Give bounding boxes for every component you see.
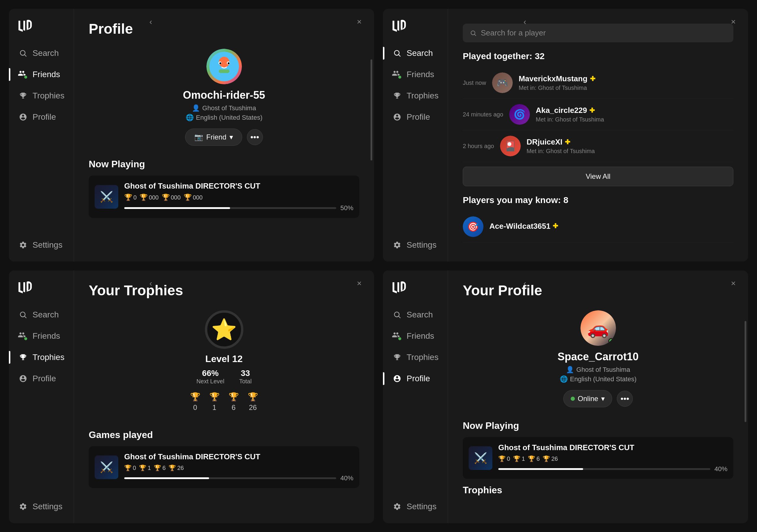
search-box[interactable] [463, 24, 733, 42]
sidebar-label-friends: Friends [33, 70, 60, 79]
trophy-platinum-bl: 🏆0 [124, 464, 136, 471]
game-thumb-bl: ⚔️ [95, 456, 118, 479]
player-item-1[interactable]: Just now 🎮 MaverickxMustang ✚ Met in: Gh… [463, 67, 733, 99]
more-button-br[interactable]: ••• [617, 391, 633, 407]
close-button-tr[interactable]: × [727, 16, 739, 28]
svg-rect-4 [219, 70, 229, 73]
now-playing-card-br: ⚔️ Ghost of Tsushima DIRECTOR'S CUT 🏆0 🏆… [463, 437, 733, 479]
back-button-tr[interactable]: ‹ [519, 16, 531, 28]
sidebar-label-profile-bl: Profile [33, 374, 56, 383]
friend-online-dot-br [398, 337, 402, 341]
main-content-bottom-left: ‹ × Your Trophies ⭐ Level 12 66% Next Le… [74, 270, 374, 523]
trophy-silver: 🏆 000 [162, 193, 181, 201]
close-button-bl[interactable]: × [353, 278, 365, 289]
progress-bar-bl [124, 477, 336, 479]
total-count: 33 [241, 369, 250, 378]
ps-logo-tr [383, 18, 448, 43]
settings-icon-bl [18, 501, 28, 512]
scroll-bar[interactable] [371, 59, 372, 161]
sidebar-item-profile-tr[interactable]: Profile [383, 106, 448, 128]
online-button[interactable]: Online ▾ [563, 390, 612, 407]
friend-button[interactable]: 📷 Friend ▾ [185, 129, 242, 146]
sidebar-item-trophies-bl[interactable]: Trophies [9, 347, 74, 368]
back-button-bl[interactable]: ‹ [145, 278, 157, 289]
search-icon [18, 48, 28, 59]
sidebar-item-settings-bl[interactable]: Settings [9, 496, 74, 517]
sidebar-item-trophies-tl[interactable]: Trophies [9, 85, 74, 106]
player-item-may-know[interactable]: 🎯 Ace-Wildcat3651 ✚ [463, 211, 733, 243]
close-button-br[interactable]: × [727, 278, 739, 289]
trophy-level-icon: ⭐ [205, 310, 243, 349]
page-title-tl: Profile [89, 21, 359, 37]
sidebar-item-profile-tl[interactable]: Profile [9, 106, 74, 128]
back-button-br[interactable]: ‹ [519, 278, 531, 289]
back-button-tl[interactable]: ‹ [145, 16, 157, 28]
trophy-gold: 🏆 000 [139, 193, 159, 201]
player-item-3[interactable]: 2 hours ago 🎴 DRjuiceXI ✚ Met in: Ghost … [463, 130, 733, 162]
profile-meta: 👤 Ghost of Tsushima 🌐 English (United St… [186, 104, 262, 122]
ps-plus-icon-1: ✚ [590, 75, 595, 83]
sidebar-label-search-bl: Search [33, 310, 59, 319]
next-level-label: Next Level [197, 378, 225, 385]
sidebar-label-trophies-bl: Trophies [33, 353, 65, 362]
ps-plus-icon-2: ✚ [589, 107, 595, 114]
sidebar-item-search-tl[interactable]: Search [9, 43, 74, 64]
trophy-icon-tr [392, 90, 403, 101]
trophy-bronze-br: 🏆26 [543, 455, 558, 462]
view-all-button[interactable]: View All [463, 167, 733, 186]
sidebar-item-settings-tr[interactable]: Settings [383, 234, 448, 256]
player-info-2: Aka_circle229 ✚ Met in: Ghost of Tsushim… [536, 106, 733, 123]
player-avatar-mw: 🎯 [463, 216, 483, 237]
sidebar-item-friends-tr[interactable]: Friends [383, 64, 448, 85]
sidebar-item-friends-tl[interactable]: Friends [9, 64, 74, 85]
sidebar-item-settings-tl[interactable]: Settings [9, 234, 74, 256]
settings-icon-br [392, 501, 403, 512]
player-time-2: 24 minutes ago [463, 111, 503, 118]
may-know-title: Players you may know: 8 [463, 195, 733, 205]
online-indicator [608, 338, 614, 344]
sidebar-item-trophies-br[interactable]: Trophies [383, 347, 448, 368]
close-button-tl[interactable]: × [353, 16, 365, 28]
search-input[interactable] [481, 28, 726, 38]
sidebar-item-trophies-tr[interactable]: Trophies [383, 85, 448, 106]
main-content-top-left: ‹ × Profile [74, 9, 374, 262]
game-thumb-img: ⚔️ [95, 185, 118, 209]
ps-plus-icon-3: ✚ [565, 138, 570, 146]
sidebar-item-profile-br[interactable]: Profile [383, 368, 448, 389]
language-icon-br: 🌐 [560, 375, 568, 383]
more-button[interactable]: ••• [247, 129, 263, 145]
sidebar-item-search-tr[interactable]: Search [383, 43, 448, 64]
friends-icon-wrap-br [392, 331, 403, 341]
sidebar-item-profile-bl[interactable]: Profile [9, 368, 74, 389]
panel-bottom-right: Search Friends Trophies Profile Set [383, 270, 748, 523]
trophy-gold-br: 🏆1 [513, 455, 525, 462]
player-name-mw: Ace-Wildcat3651 ✚ [489, 222, 733, 231]
sidebar-item-search-br[interactable]: Search [383, 304, 448, 325]
level-label: Level 12 [205, 353, 242, 365]
sidebar-item-settings-br[interactable]: Settings [383, 496, 448, 517]
next-level-stat: 66% Next Level [197, 369, 225, 385]
sidebar-item-friends-bl[interactable]: Friends [9, 325, 74, 347]
game-icon-br: 👤 [566, 366, 574, 373]
sidebar-label-search: Search [33, 48, 59, 58]
profile-language-br: 🌐 English (United States) [560, 375, 637, 383]
profile-avatar-section-br: 🚗 Space_Carrot10 👤 Ghost of Tsushima 🌐 E… [463, 310, 733, 414]
settings-label-br: Settings [407, 502, 437, 511]
player-avatar-img-1: 🎮 [492, 73, 513, 93]
games-played-card: ⚔️ Ghost of Tsushima DIRECTOR'S CUT 🏆0 🏆… [89, 446, 359, 488]
sidebar-label-friends-bl: Friends [33, 331, 60, 341]
scroll-bar-br[interactable] [744, 321, 746, 422]
sidebar-item-friends-br[interactable]: Friends [383, 325, 448, 347]
trophies-section-title-br: Trophies [463, 485, 733, 496]
profile-language: 🌐 English (United States) [186, 114, 262, 122]
player-avatar-1: 🎮 [492, 73, 513, 93]
progress-pct-bl: 40% [340, 474, 353, 482]
trophy-count-silver: 🏆 6 [228, 392, 239, 412]
player-avatar-3: 🎴 [500, 136, 521, 156]
player-item-2[interactable]: 24 minutes ago 🌀 Aka_circle229 ✚ Met in:… [463, 99, 733, 130]
now-playing-card: ⚔️ Ghost of Tsushima DIRECTOR'S CUT 🏆 0 … [89, 176, 359, 218]
sidebar-item-search-bl[interactable]: Search [9, 304, 74, 325]
svg-line-12 [474, 34, 476, 36]
profile-username: Omochi-rider-55 [183, 89, 265, 102]
profile-game-br: 👤 Ghost of Tsushima [566, 366, 630, 373]
